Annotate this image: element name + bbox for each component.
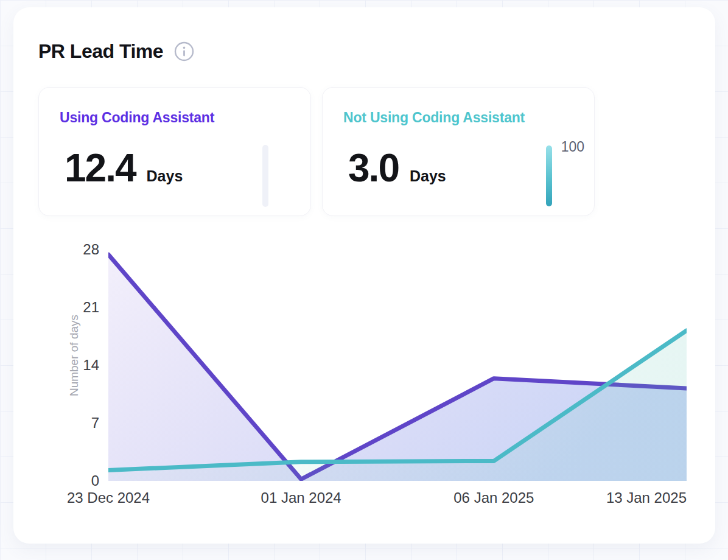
y-tick: 28 bbox=[26, 241, 99, 258]
page-title: PR Lead Time bbox=[38, 39, 163, 63]
x-tick: 01 Jan 2024 bbox=[261, 489, 341, 506]
card-header: PR Lead Time bbox=[38, 39, 194, 63]
x-tick: 23 Dec 2024 bbox=[67, 489, 150, 506]
pr-lead-time-card: PR Lead Time Using Coding Assistant 12.4… bbox=[13, 7, 715, 544]
x-axis: 23 Dec 2024 01 Jan 2024 06 Jan 2025 13 J… bbox=[108, 489, 687, 509]
stat-gauge-empty bbox=[262, 145, 268, 207]
stat-cards-row: Using Coding Assistant 12.4 Days Not Usi… bbox=[38, 87, 595, 216]
y-axis-title: Number of days bbox=[68, 307, 81, 404]
stat-value: 12.4 bbox=[65, 146, 136, 190]
x-tick: 13 Jan 2025 bbox=[606, 489, 687, 506]
stat-unit: Days bbox=[147, 167, 183, 185]
stat-gauge-filled bbox=[546, 145, 552, 206]
x-tick: 06 Jan 2025 bbox=[453, 489, 534, 506]
stat-card-not-using-assistant: Not Using Coding Assistant 3.0 Days 100 bbox=[322, 87, 595, 216]
stat-card-using-assistant: Using Coding Assistant 12.4 Days bbox=[38, 87, 311, 216]
y-tick: 14 bbox=[26, 357, 99, 374]
stat-gauge-value: 100 bbox=[561, 139, 584, 155]
y-tick: 7 bbox=[26, 415, 99, 432]
chart-plot[interactable] bbox=[108, 250, 687, 481]
stat-label: Not Using Coding Assistant bbox=[343, 110, 525, 126]
info-icon[interactable] bbox=[174, 41, 194, 61]
stat-value: 3.0 bbox=[348, 146, 399, 190]
y-tick: 21 bbox=[26, 299, 99, 316]
y-tick: 0 bbox=[26, 472, 99, 489]
stat-label: Using Coding Assistant bbox=[60, 110, 214, 126]
stat-unit: Days bbox=[410, 167, 446, 185]
